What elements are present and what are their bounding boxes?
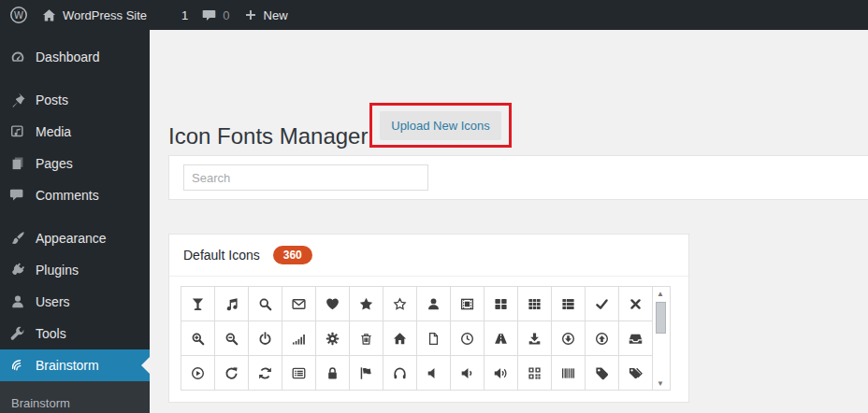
music-icon[interactable] <box>215 287 248 320</box>
envelope-o-icon[interactable] <box>282 287 315 320</box>
sidebar-item-brainstorm[interactable]: Brainstorm <box>0 349 150 381</box>
user-icon[interactable] <box>417 287 450 320</box>
repeat-icon[interactable] <box>215 356 248 390</box>
qrcode-icon[interactable] <box>518 356 551 390</box>
admin-sidebar: DashboardPostsMediaPagesCommentsAppearan… <box>0 30 150 413</box>
new-label: New <box>264 8 288 22</box>
search-input[interactable] <box>183 164 428 191</box>
sidebar-item-label: Pages <box>36 156 73 171</box>
sidebar-item-plugins[interactable]: Plugins <box>0 254 150 286</box>
dashboard-icon <box>8 49 27 65</box>
sidebar-item-comments[interactable]: Comments <box>0 179 150 211</box>
sidebar-submenu: Brainstorm <box>0 381 150 413</box>
search-plus-icon[interactable] <box>181 321 214 355</box>
tools-icon <box>8 325 27 342</box>
default-icons-panel: Default Icons 360 ▲ ▼ <box>168 234 689 403</box>
brainstorm-icon <box>8 357 27 374</box>
th-large-icon[interactable] <box>485 287 517 320</box>
media-icon <box>8 123 27 140</box>
arrow-circle-up-icon[interactable] <box>586 321 618 355</box>
file-o-icon[interactable] <box>417 321 450 355</box>
home-icon <box>41 7 57 23</box>
plus-icon <box>243 7 258 22</box>
volume-up-icon[interactable] <box>485 356 517 390</box>
pushpin-icon <box>8 92 27 108</box>
new-content-link[interactable]: New <box>243 0 288 30</box>
play-circle-o-icon[interactable] <box>181 356 214 390</box>
icon-grid <box>181 287 652 390</box>
signal-icon[interactable] <box>282 321 315 355</box>
sidebar-item-users[interactable]: Users <box>0 286 150 318</box>
times-icon[interactable] <box>619 287 652 320</box>
comments-link[interactable]: 0 <box>201 0 229 30</box>
upload-new-icons-button[interactable]: Upload New Icons <box>380 111 501 140</box>
comments-icon <box>8 187 27 204</box>
comments-count: 0 <box>223 8 229 22</box>
active-item-arrow <box>141 357 150 374</box>
page-title: Icon Fonts Manager <box>168 123 368 150</box>
sidebar-item-label: Users <box>36 294 70 309</box>
search-panel <box>168 155 868 200</box>
sidebar-item-label: Posts <box>36 93 68 107</box>
headphones-icon[interactable] <box>383 356 416 390</box>
scroll-thumb[interactable] <box>656 302 666 334</box>
tags-icon[interactable] <box>619 356 652 390</box>
wordpress-logo[interactable]: W <box>9 0 28 30</box>
check-icon[interactable] <box>586 287 618 320</box>
icon-grid-scrollbar: ▲ ▼ <box>652 287 668 390</box>
scroll-down-button[interactable]: ▼ <box>653 377 668 390</box>
site-name-label: WordPress Site <box>63 8 147 22</box>
sidebar-item-label: Brainstorm <box>36 358 99 373</box>
updates-count: 1 <box>181 8 188 22</box>
search-minus-icon[interactable] <box>215 321 248 355</box>
sidebar-item-label: Appearance <box>36 231 107 246</box>
comment-bubble-icon <box>201 7 217 23</box>
sidebar-item-dashboard[interactable]: Dashboard <box>0 41 150 73</box>
film-icon[interactable] <box>451 287 484 320</box>
trash-o-icon[interactable] <box>350 321 383 355</box>
inbox-icon[interactable] <box>619 321 652 355</box>
lock-icon[interactable] <box>316 356 349 390</box>
sidebar-item-tools[interactable]: Tools <box>0 318 150 349</box>
sidebar-item-media[interactable]: Media <box>0 116 150 148</box>
svg-text:W: W <box>14 9 24 21</box>
sidebar-item-pages[interactable]: Pages <box>0 148 150 179</box>
heart-icon[interactable] <box>316 287 349 320</box>
star-icon[interactable] <box>350 287 383 320</box>
wordpress-logo-icon: W <box>9 6 28 24</box>
power-off-icon[interactable] <box>249 321 282 355</box>
plugin-icon <box>8 262 27 278</box>
th-icon[interactable] <box>518 287 551 320</box>
volume-down-icon[interactable] <box>451 356 484 390</box>
clock-o-icon[interactable] <box>451 321 484 355</box>
submenu-item-brainstorm[interactable]: Brainstorm <box>0 391 150 413</box>
refresh-icon[interactable] <box>249 356 282 390</box>
download-icon[interactable] <box>518 321 551 355</box>
updates-link[interactable]: 1 <box>160 0 188 30</box>
panel-header: Default Icons 360 <box>169 235 688 277</box>
highlight-annotation: Upload New Icons <box>369 103 512 148</box>
admin-bar: W WordPress Site 1 0 New <box>0 0 868 30</box>
search-icon[interactable] <box>249 287 282 320</box>
list-alt-icon[interactable] <box>282 356 315 390</box>
arrow-circle-down-icon[interactable] <box>552 321 585 355</box>
updates-icon <box>160 7 176 23</box>
cog-icon[interactable] <box>316 321 349 355</box>
road-icon[interactable] <box>485 321 517 355</box>
th-list-icon[interactable] <box>552 287 585 320</box>
tag-icon[interactable] <box>586 356 618 390</box>
glass-icon[interactable] <box>181 287 214 320</box>
appearance-icon <box>8 230 27 247</box>
flag-icon[interactable] <box>350 356 383 390</box>
home-icon[interactable] <box>383 321 416 355</box>
barcode-icon[interactable] <box>552 356 585 390</box>
star-o-icon[interactable] <box>383 287 416 320</box>
sidebar-item-posts[interactable]: Posts <box>0 84 150 116</box>
scroll-up-button[interactable]: ▲ <box>653 287 668 300</box>
sidebar-item-label: Comments <box>36 188 99 203</box>
sidebar-item-appearance[interactable]: Appearance <box>0 222 150 254</box>
volume-off-icon[interactable] <box>417 356 450 390</box>
site-name-link[interactable]: WordPress Site <box>41 0 147 30</box>
users-icon <box>8 293 27 310</box>
wordpress-admin: W WordPress Site 1 0 New DashboardPostsM… <box>0 0 868 413</box>
